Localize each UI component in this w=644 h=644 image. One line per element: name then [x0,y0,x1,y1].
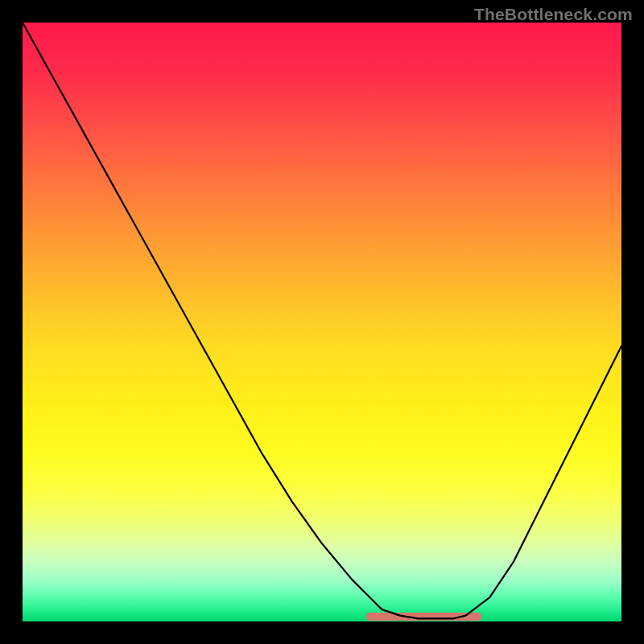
watermark-text: TheBottleneck.com [474,5,633,24]
bottleneck-curve [23,23,621,618]
curve-svg [23,23,621,621]
chart-container: TheBottleneck.com [0,0,644,644]
plot-area [23,23,621,621]
